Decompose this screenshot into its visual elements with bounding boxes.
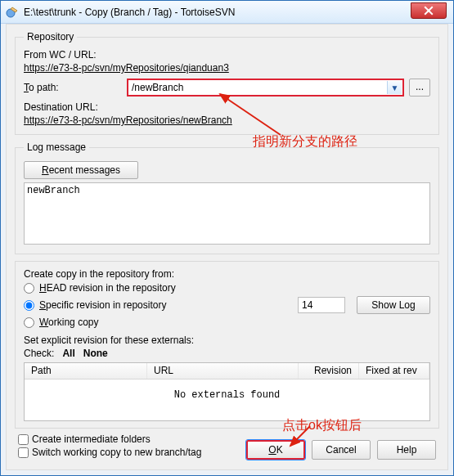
col-path[interactable]: Path <box>25 363 147 379</box>
externals-check-links: Check: All None <box>24 348 430 359</box>
destination-label: Destination URL: <box>24 101 430 113</box>
to-path-input[interactable] <box>128 80 402 95</box>
working-copy-radio[interactable] <box>24 317 34 328</box>
check-none-link[interactable]: None <box>83 348 108 359</box>
cancel-button[interactable]: Cancel <box>312 440 371 460</box>
ok-button[interactable]: OK <box>246 440 305 460</box>
help-button[interactable]: Help <box>377 440 436 460</box>
log-message-legend: Log message <box>24 141 89 153</box>
titlebar: E:\test\trunk - Copy (Branch / Tag) - To… <box>1 1 453 24</box>
create-intermediate-checkbox[interactable] <box>18 434 29 445</box>
recent-messages-button[interactable]: Recent messages <box>24 161 138 179</box>
specific-revision-radio[interactable] <box>24 300 34 311</box>
col-url[interactable]: URL <box>147 363 299 379</box>
check-all-link[interactable]: All <box>62 348 74 359</box>
col-revision[interactable]: Revision <box>299 363 359 379</box>
repository-legend: Repository <box>24 31 77 43</box>
copy-from-group: Create copy in the repository from: HEAD… <box>15 261 439 429</box>
specific-revision-label: Specific revision in repository <box>39 299 166 311</box>
externals-table: Path URL Revision Fixed at rev No extern… <box>24 362 430 421</box>
close-button[interactable] <box>411 2 447 19</box>
revision-input[interactable] <box>298 297 345 313</box>
destination-url: https://e73-8-pc/svn/myRepositories/newB… <box>24 115 430 126</box>
show-log-button[interactable]: Show Log <box>357 296 430 314</box>
button-row: OK Cancel Help <box>246 440 436 460</box>
browse-button[interactable]: ... <box>409 79 430 97</box>
dialog-window: E:\test\trunk - Copy (Branch / Tag) - To… <box>0 0 454 476</box>
externals-header: Path URL Revision Fixed at rev <box>25 363 429 379</box>
create-intermediate-label: Create intermediate folders <box>32 433 151 445</box>
switch-wc-checkbox[interactable] <box>18 447 29 458</box>
copy-from-intro: Create copy in the repository from: <box>24 268 430 280</box>
to-path-combo[interactable]: ▼ <box>127 79 404 97</box>
log-message-textarea[interactable]: newBranch <box>24 182 430 245</box>
from-label: From WC / URL: <box>24 49 430 61</box>
externals-intro: Set explicit revision for these external… <box>24 335 430 346</box>
to-path-label: To path: <box>24 82 122 93</box>
externals-empty: No externals found <box>25 379 429 401</box>
client-area: Repository From WC / URL: https://e73-8-… <box>6 24 448 470</box>
app-icon <box>6 6 19 19</box>
working-copy-label: Working copy <box>39 317 98 328</box>
log-message-group: Log message Recent messages newBranch <box>15 141 439 254</box>
to-path-dropdown[interactable]: ▼ <box>387 81 402 94</box>
head-revision-label: HEAD revision in the repository <box>39 282 176 294</box>
repository-group: Repository From WC / URL: https://e73-8-… <box>15 31 439 135</box>
switch-wc-label: Switch working copy to new branch/tag <box>32 447 201 458</box>
bottom-options: Create intermediate folders Switch worki… <box>18 432 201 460</box>
from-url: https://e73-8-pc/svn/myRepositories/qian… <box>24 62 430 74</box>
col-fixed-at-rev[interactable]: Fixed at rev <box>359 363 429 379</box>
window-title: E:\test\trunk - Copy (Branch / Tag) - To… <box>24 7 235 18</box>
head-revision-radio[interactable] <box>24 283 34 294</box>
